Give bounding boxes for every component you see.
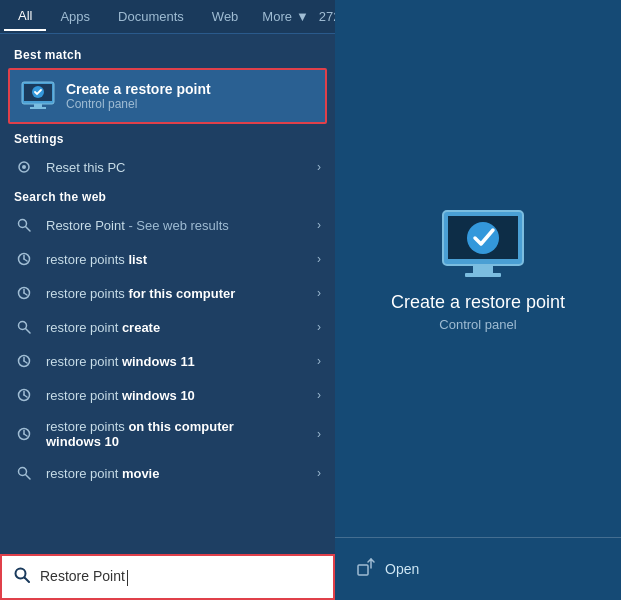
web-item-2[interactable]: restore points for this computer › [0,276,335,310]
web-item-4[interactable]: restore point windows 11 › [0,344,335,378]
search-icon [14,463,34,483]
web-item-6[interactable]: restore points on this computerwindows 1… [0,412,335,456]
reset-pc-text: Reset this PC [46,160,317,175]
svg-line-27 [26,475,31,480]
web-item-text-4: restore point windows 11 [46,354,317,369]
open-label: Open [385,561,419,577]
web-item-text-3: restore point create [46,320,317,335]
svg-rect-3 [30,107,46,109]
tab-bar: All Apps Documents Web More ▼ 2724 [0,0,335,34]
web-item-0[interactable]: Restore Point - See web results › [0,208,335,242]
svg-point-6 [22,165,26,169]
clock-icon [14,424,34,444]
web-item-text-7: restore point movie [46,466,317,481]
search-icon [14,215,34,235]
results-area: Best match Create a restore point [0,34,335,554]
search-icon [14,317,34,337]
settings-reset-pc[interactable]: Reset this PC › [0,150,335,184]
web-item-3[interactable]: restore point create › [0,310,335,344]
chevron-right-icon: › [317,427,321,441]
svg-line-22 [24,395,27,397]
svg-line-19 [24,361,27,363]
svg-point-34 [467,222,499,254]
open-icon [357,558,375,580]
search-input[interactable]: Restore Point [40,568,321,585]
svg-rect-33 [465,273,501,277]
right-subtitle: Control panel [439,317,516,332]
chevron-right-icon: › [317,252,321,266]
svg-rect-2 [34,104,42,107]
svg-line-25 [24,434,27,436]
tab-documents[interactable]: Documents [104,3,198,30]
chevron-right-icon: › [317,320,321,334]
web-item-text-0: Restore Point - See web results [46,218,317,233]
chevron-right-icon: › [317,218,321,232]
web-item-5[interactable]: restore point windows 10 › [0,378,335,412]
tab-apps[interactable]: Apps [46,3,104,30]
web-item-text-1: restore points list [46,252,317,267]
web-item-1[interactable]: restore points list › [0,242,335,276]
web-item-7[interactable]: restore point movie › [0,456,335,490]
tab-more[interactable]: More ▼ [252,3,319,30]
svg-line-8 [26,227,31,232]
search-box[interactable]: Restore Point [0,554,335,600]
svg-line-14 [24,293,27,295]
web-item-text-2: restore points for this computer [46,286,317,301]
chevron-down-icon: ▼ [296,9,309,24]
best-match-item[interactable]: Create a restore point Control panel [8,68,327,124]
chevron-right-icon: › [317,160,321,174]
svg-rect-32 [473,265,493,273]
best-match-subtitle: Control panel [66,97,211,111]
restore-point-icon [20,78,56,114]
best-match-label: Best match [0,42,335,66]
best-match-text: Create a restore point Control panel [66,81,211,111]
right-top: Create a restore point Control panel [335,0,621,537]
right-panel: Create a restore point Control panel Ope… [335,0,621,600]
web-search-label: Search the web [0,184,335,208]
chevron-right-icon: › [317,286,321,300]
app-icon-large [438,206,518,276]
chevron-right-icon: › [317,466,321,480]
svg-line-29 [25,578,30,583]
svg-line-11 [24,259,27,261]
text-cursor [127,570,128,586]
clock-icon [14,283,34,303]
right-title: Create a restore point [391,292,565,313]
right-actions: Open [335,538,621,600]
svg-rect-35 [358,565,368,575]
chevron-right-icon: › [317,388,321,402]
web-item-text-5: restore point windows 10 [46,388,317,403]
clock-icon [14,351,34,371]
svg-line-16 [26,329,31,334]
clock-icon [14,249,34,269]
tab-web[interactable]: Web [198,3,253,30]
reset-pc-icon [14,157,34,177]
left-panel: All Apps Documents Web More ▼ 2724 Best … [0,0,335,600]
web-item-text-6: restore points on this computerwindows 1… [46,419,317,449]
chevron-right-icon: › [317,354,321,368]
best-match-title: Create a restore point [66,81,211,97]
search-icon [14,567,30,587]
open-action[interactable]: Open [351,550,605,588]
settings-label: Settings [0,126,335,150]
tab-all[interactable]: All [4,2,46,31]
clock-icon [14,385,34,405]
